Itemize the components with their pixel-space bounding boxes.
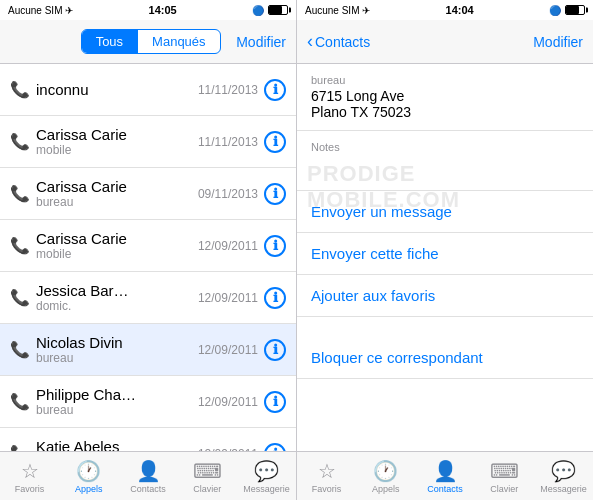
spacer xyxy=(297,317,593,337)
call-name: Carissa Carie xyxy=(36,178,198,195)
tab-favoris[interactable]: ☆ Favoris xyxy=(0,455,59,498)
tous-button[interactable]: Tous xyxy=(82,30,137,53)
voicemail-icon: 💬 xyxy=(551,459,576,483)
call-date: 11/11/2013 xyxy=(198,135,258,149)
address-line1: 6715 Long Ave xyxy=(311,88,579,104)
contact-detail: bureau 6715 Long Ave Plano TX 75023 Note… xyxy=(297,64,593,451)
calls-icon: 🕐 xyxy=(76,459,101,483)
call-type: bureau xyxy=(36,351,198,365)
info-button[interactable]: ℹ xyxy=(264,183,286,205)
call-item[interactable]: 📞 inconnu 11/11/2013 ℹ xyxy=(0,64,296,116)
tab-label: Messagerie xyxy=(540,484,587,494)
tab-label: Appels xyxy=(75,484,103,494)
tab-label: Contacts xyxy=(130,484,166,494)
call-type: mobile xyxy=(36,247,198,261)
call-icon: 📞 xyxy=(10,80,28,99)
address-line2: Plano TX 75023 xyxy=(311,104,579,120)
notes-label: Notes xyxy=(311,141,579,153)
contacts-icon: 👤 xyxy=(433,459,458,483)
call-date: 12/09/2011 xyxy=(198,447,258,452)
info-button[interactable]: ℹ xyxy=(264,131,286,153)
call-date: 11/11/2013 xyxy=(198,83,258,97)
tab-label: Favoris xyxy=(312,484,342,494)
left-battery: 🔵 xyxy=(252,5,288,16)
battery-icon xyxy=(268,5,288,15)
contacts-icon: 👤 xyxy=(136,459,161,483)
tab-contacts-right[interactable]: 👤 Contacts xyxy=(415,455,474,498)
tab-messagerie-right[interactable]: 💬 Messagerie xyxy=(534,455,593,498)
back-label: Contacts xyxy=(315,34,370,50)
call-name: inconnu xyxy=(36,81,198,98)
call-info: inconnu xyxy=(36,81,198,98)
call-icon: 📞 xyxy=(10,392,28,411)
call-name: Jessica Bar… xyxy=(36,282,198,299)
info-button[interactable]: ℹ xyxy=(264,287,286,309)
call-icon: 📞 xyxy=(10,340,28,359)
tab-favoris-right[interactable]: ☆ Favoris xyxy=(297,455,356,498)
call-info: Katie Abeles mobile xyxy=(36,438,198,451)
tab-label: Favoris xyxy=(15,484,45,494)
right-tab-bar: ☆ Favoris 🕐 Appels 👤 Contacts ⌨ Clavier … xyxy=(297,451,593,500)
send-message-action[interactable]: Envoyer un message xyxy=(297,191,593,233)
contact-header: ‹ Contacts Modifier xyxy=(297,20,593,64)
left-modifier-button[interactable]: Modifier xyxy=(236,34,286,50)
keypad-icon: ⌨ xyxy=(490,459,519,483)
address-label: bureau xyxy=(311,74,579,86)
manques-button[interactable]: Manqués xyxy=(138,30,219,53)
call-icon: 📞 xyxy=(10,288,28,307)
info-button[interactable]: ℹ xyxy=(264,235,286,257)
chevron-left-icon: ‹ xyxy=(307,31,313,52)
info-button[interactable]: ℹ xyxy=(264,339,286,361)
call-item[interactable]: 📞 Carissa Carie bureau 09/11/2013 ℹ xyxy=(0,168,296,220)
add-favorite-action[interactable]: Ajouter aux favoris xyxy=(297,275,593,317)
call-name: Nicolas Divin xyxy=(36,334,198,351)
tab-clavier-right[interactable]: ⌨ Clavier xyxy=(475,455,534,498)
call-item[interactable]: 📞 Katie Abeles mobile 12/09/2011 ℹ xyxy=(0,428,296,451)
call-item[interactable]: 📞 Philippe Cha… bureau 12/09/2011 ℹ xyxy=(0,376,296,428)
call-item[interactable]: 📞 Jessica Bar… domic. 12/09/2011 ℹ xyxy=(0,272,296,324)
call-item[interactable]: 📞 Carissa Carie mobile 12/09/2011 ℹ xyxy=(0,220,296,272)
right-panel: Aucune SIM ✈ 14:04 🔵 ‹ Contacts Modifier… xyxy=(297,0,593,500)
right-battery: 🔵 xyxy=(549,5,585,16)
info-button[interactable]: ℹ xyxy=(264,79,286,101)
notes-section: Notes PRODIGE MOBILE.COM xyxy=(297,131,593,191)
tab-appels[interactable]: 🕐 Appels xyxy=(59,455,118,498)
call-info: Nicolas Divin bureau xyxy=(36,334,198,365)
send-contact-action[interactable]: Envoyer cette fiche xyxy=(297,233,593,275)
tab-messagerie[interactable]: 💬 Messagerie xyxy=(237,455,296,498)
call-type: mobile xyxy=(36,143,198,157)
left-panel: Aucune SIM ✈ 14:05 🔵 Tous Manqués Modifi… xyxy=(0,0,296,500)
call-name: Carissa Carie xyxy=(36,126,198,143)
call-date: 12/09/2011 xyxy=(198,239,258,253)
call-icon: 📞 xyxy=(10,236,28,255)
call-item[interactable]: 📞 Nicolas Divin bureau 12/09/2011 ℹ xyxy=(0,324,296,376)
left-status-bar: Aucune SIM ✈ 14:05 🔵 xyxy=(0,0,296,20)
segmented-control[interactable]: Tous Manqués xyxy=(81,29,221,54)
block-contact-action[interactable]: Bloquer ce correspondant xyxy=(297,337,593,379)
back-button[interactable]: ‹ Contacts xyxy=(307,31,370,52)
call-type: domic. xyxy=(36,299,198,313)
battery-icon xyxy=(565,5,585,15)
keypad-icon: ⌨ xyxy=(193,459,222,483)
call-info: Jessica Bar… domic. xyxy=(36,282,198,313)
info-button[interactable]: ℹ xyxy=(264,443,286,452)
calls-header: Tous Manqués Modifier xyxy=(0,20,296,64)
call-list: 📞 inconnu 11/11/2013 ℹ 📞 Carissa Carie m… xyxy=(0,64,296,451)
call-info: Philippe Cha… bureau xyxy=(36,386,198,417)
call-info: Carissa Carie mobile xyxy=(36,126,198,157)
info-button[interactable]: ℹ xyxy=(264,391,286,413)
tab-clavier[interactable]: ⌨ Clavier xyxy=(178,455,237,498)
tab-label: Contacts xyxy=(427,484,463,494)
tab-contacts[interactable]: 👤 Contacts xyxy=(118,455,177,498)
right-status-bar: Aucune SIM ✈ 14:04 🔵 xyxy=(297,0,593,20)
left-carrier: Aucune SIM ✈ xyxy=(8,5,73,16)
call-type: bureau xyxy=(36,195,198,209)
call-icon: 📞 xyxy=(10,132,28,151)
call-date: 12/09/2011 xyxy=(198,343,258,357)
call-item[interactable]: 📞 Carissa Carie mobile 11/11/2013 ℹ xyxy=(0,116,296,168)
call-date: 09/11/2013 xyxy=(198,187,258,201)
right-modifier-button[interactable]: Modifier xyxy=(533,34,583,50)
call-type: bureau xyxy=(36,403,198,417)
star-icon: ☆ xyxy=(21,459,39,483)
tab-appels-right[interactable]: 🕐 Appels xyxy=(356,455,415,498)
